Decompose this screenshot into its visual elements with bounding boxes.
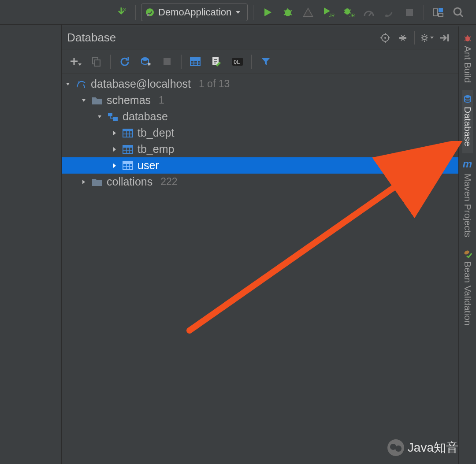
database-panel: Database — [62, 26, 458, 464]
tab-ant-build[interactable]: Ant Build — [462, 29, 473, 90]
folder-icon — [91, 94, 103, 107]
debug-button[interactable] — [279, 4, 297, 21]
edit-button[interactable] — [206, 52, 227, 71]
separator — [251, 55, 252, 69]
open-console-button[interactable]: QL — [227, 52, 248, 71]
table-label: tb_dept — [138, 126, 174, 139]
data-source-properties-button[interactable] — [136, 52, 156, 71]
profiler-button[interactable] — [360, 4, 378, 21]
tab-label: Maven Projects — [462, 174, 473, 238]
tree-root[interactable]: database@localhost 1 of 13 — [62, 76, 458, 92]
separator — [253, 5, 253, 20]
svg-point-35 — [465, 36, 470, 41]
watermark-text: Java知音 — [408, 439, 458, 456]
tab-label: Database — [462, 107, 473, 146]
tab-label: Ant Build — [462, 46, 473, 83]
tree-collations-label: collations — [107, 175, 152, 188]
spring-icon — [145, 7, 155, 17]
run-jr-button[interactable]: JR — [320, 4, 337, 21]
wechat-icon — [387, 439, 404, 456]
focus-icon[interactable] — [376, 29, 394, 47]
svg-point-7 — [385, 15, 388, 17]
tree-schemas-meta: 1 — [159, 94, 164, 106]
svg-text:JR: JR — [350, 13, 355, 18]
database-icon — [463, 94, 472, 103]
refresh-button[interactable] — [115, 52, 135, 71]
hide-panel-icon[interactable] — [435, 29, 453, 47]
download-icon[interactable]: 01 — [112, 4, 130, 21]
table-label: tb_emp — [138, 143, 174, 156]
tab-bean-validation[interactable]: Bean Validation — [462, 245, 473, 333]
panel-title: Database — [67, 31, 116, 45]
layout-button[interactable] — [429, 4, 447, 21]
svg-rect-9 — [433, 9, 438, 16]
right-tool-tabs: Ant Build Database m Maven Projects Bean… — [458, 26, 476, 464]
chevron-right-icon[interactable] — [111, 130, 118, 136]
chevron-down-icon[interactable] — [96, 114, 103, 120]
table-view-button[interactable] — [185, 52, 205, 71]
run-config-selector[interactable]: DemoApplication — [141, 4, 248, 21]
tree-root-meta: 1 of 13 — [199, 78, 230, 90]
chevron-right-icon[interactable] — [111, 146, 118, 152]
svg-rect-20 — [164, 58, 171, 65]
add-button[interactable] — [65, 52, 86, 71]
maven-icon: m — [463, 158, 472, 170]
settings-gear-icon[interactable] — [418, 29, 435, 47]
folder-icon — [91, 176, 103, 188]
main-toolbar: 01 DemoApplication JR JR — [0, 0, 476, 25]
svg-rect-16 — [447, 34, 449, 41]
stop-button[interactable] — [401, 4, 418, 21]
svg-point-37 — [463, 249, 469, 255]
separator — [414, 31, 415, 45]
svg-point-2 — [147, 14, 149, 16]
chevron-right-icon[interactable] — [111, 163, 118, 169]
tab-label: Bean Validation — [462, 261, 473, 326]
separator — [181, 55, 182, 69]
panel-titlebar: Database — [62, 26, 458, 49]
svg-rect-22 — [190, 58, 200, 60]
attach-button[interactable] — [380, 4, 398, 21]
svg-rect-18 — [95, 60, 100, 66]
svg-rect-27 — [108, 113, 112, 116]
svg-rect-30 — [123, 129, 133, 131]
tab-database[interactable]: Database — [462, 90, 473, 153]
mysql-icon — [75, 78, 87, 90]
table-row[interactable]: tb_emp — [62, 141, 458, 157]
disconnect-button[interactable] — [157, 52, 177, 71]
duplicate-button[interactable] — [86, 52, 107, 71]
coverage-button[interactable] — [299, 4, 317, 21]
tree-schema-database[interactable]: database — [62, 108, 458, 125]
filter-button[interactable] — [256, 52, 276, 71]
schema-icon — [107, 111, 119, 123]
tree-root-label: database@localhost — [91, 78, 191, 90]
chevron-down-icon[interactable] — [80, 97, 87, 104]
svg-point-36 — [465, 95, 471, 98]
run-button[interactable] — [259, 4, 276, 21]
table-icon — [122, 127, 134, 139]
svg-text:JR: JR — [329, 13, 335, 18]
database-tree[interactable]: database@localhost 1 of 13 schemas 1 dat… — [62, 74, 458, 190]
svg-rect-10 — [439, 8, 443, 12]
panel-toolbar: QL — [62, 49, 458, 74]
table-label: user — [138, 159, 159, 172]
watermark: Java知音 — [387, 439, 458, 456]
tab-maven[interactable]: m Maven Projects — [462, 153, 473, 245]
chevron-right-icon[interactable] — [80, 179, 87, 185]
tree-collations[interactable]: collations 222 — [62, 174, 458, 190]
collapse-icon[interactable] — [394, 29, 412, 47]
table-row-selected[interactable]: user — [62, 157, 458, 174]
table-row[interactable]: tb_dept — [62, 125, 458, 141]
svg-point-19 — [141, 57, 149, 61]
left-gutter — [0, 25, 62, 464]
svg-point-3 — [285, 9, 291, 16]
debug-jr-button[interactable]: JR — [340, 4, 357, 21]
svg-text:01: 01 — [123, 7, 126, 12]
tree-schema-label: database — [123, 110, 168, 123]
svg-rect-32 — [123, 145, 133, 148]
search-button[interactable] — [450, 4, 467, 21]
svg-point-15 — [423, 36, 426, 40]
chevron-down-icon[interactable] — [64, 81, 71, 87]
bean-icon — [463, 249, 472, 258]
table-icon — [122, 143, 134, 156]
tree-schemas[interactable]: schemas 1 — [62, 92, 458, 108]
